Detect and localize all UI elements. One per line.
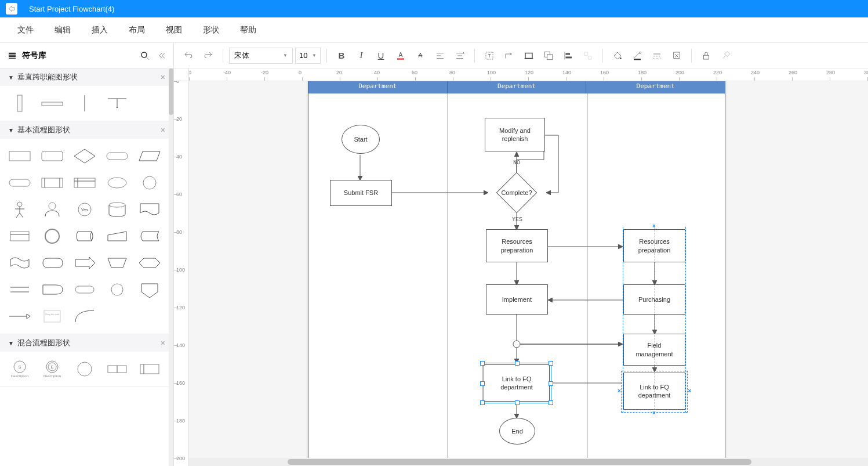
shape-process[interactable] <box>5 145 35 168</box>
menu-help[interactable]: 帮助 <box>230 25 267 35</box>
node-start[interactable]: Start <box>342 125 380 154</box>
shape-pill2[interactable] <box>70 278 100 301</box>
shape-card[interactable] <box>5 225 35 248</box>
node-complete-decision[interactable]: Complete? <box>488 175 546 210</box>
lock-button[interactable] <box>698 47 715 64</box>
lane-header[interactable]: Department <box>586 81 725 93</box>
shape-arrow-connector[interactable] <box>5 305 35 328</box>
shape-circle2[interactable] <box>102 278 132 301</box>
shape-manual-input[interactable] <box>102 225 132 248</box>
shape-pool[interactable] <box>102 92 132 115</box>
line-style-button[interactable] <box>648 47 666 64</box>
shape-decision[interactable] <box>70 145 100 168</box>
align-vertical-button[interactable] <box>451 47 468 64</box>
shape-stored-data[interactable] <box>135 225 165 248</box>
undo-button[interactable] <box>180 47 197 64</box>
shape-circle-plain[interactable] <box>70 357 100 381</box>
shape-actor[interactable] <box>5 198 35 221</box>
group-button[interactable] <box>540 47 557 64</box>
shape-split-rect[interactable] <box>102 357 132 381</box>
font-size-select[interactable]: 10▼ <box>295 48 321 64</box>
shape-end-circle[interactable]: EDescription <box>37 357 67 381</box>
menu-file[interactable]: 文件 <box>7 25 44 35</box>
swimlane-header[interactable]: Department Department Department <box>308 81 725 93</box>
close-icon[interactable]: × <box>161 73 165 82</box>
node-implement[interactable]: Implement <box>486 284 548 315</box>
shape-terminator-pill[interactable] <box>102 145 132 168</box>
shape-vertical-lane[interactable] <box>5 92 35 115</box>
shape-database[interactable] <box>102 198 132 221</box>
collapse-sidebar-icon[interactable] <box>156 50 166 61</box>
scrollbar-thumb[interactable] <box>169 68 173 115</box>
node-resources-1[interactable]: Resources preparation <box>486 229 548 262</box>
section-head[interactable]: ▼ 垂直跨职能图形状 × <box>0 68 173 86</box>
shape-start-circle[interactable]: SDescription <box>5 357 35 381</box>
connector-style-button[interactable] <box>500 47 518 64</box>
shape-data[interactable] <box>135 145 165 168</box>
shape-header-rect[interactable] <box>135 357 165 381</box>
shape-terminator[interactable] <box>5 171 35 194</box>
menu-edit[interactable]: 编辑 <box>44 25 81 35</box>
shape-tape[interactable] <box>5 251 35 274</box>
shape-process-rounded[interactable] <box>37 145 67 168</box>
shape-document[interactable] <box>135 198 165 221</box>
page[interactable]: Department Department Department <box>308 81 725 458</box>
shape-internal-storage[interactable] <box>70 171 100 194</box>
node-modify[interactable]: Modify and replenish <box>485 118 545 151</box>
font-family-select[interactable]: 宋体▼ <box>229 48 293 64</box>
shape-yes-circle[interactable]: Yes <box>70 198 100 221</box>
scrollbar-thumb[interactable] <box>288 459 751 465</box>
line-color-button[interactable] <box>629 47 646 64</box>
section-head[interactable]: ▼ 基本流程图形状 × <box>0 121 173 139</box>
shape-annotation[interactable]: Drag the side <box>37 305 67 328</box>
shape-arrow-right[interactable] <box>70 251 100 274</box>
shape-predefined[interactable] <box>37 171 67 194</box>
shape-manual-op[interactable] <box>102 251 132 274</box>
menu-layout[interactable]: 布局 <box>118 25 155 35</box>
shape-connector[interactable] <box>135 171 165 194</box>
shape-offpage[interactable] <box>135 278 165 301</box>
bold-button[interactable]: B <box>333 47 350 64</box>
close-icon[interactable]: × <box>161 338 165 348</box>
lane-divider[interactable] <box>448 93 448 458</box>
search-icon[interactable] <box>140 50 150 61</box>
fill-color-button[interactable] <box>609 47 626 64</box>
shape-parallel[interactable] <box>5 278 35 301</box>
shape-horizontal-lane[interactable] <box>37 92 67 115</box>
node-purchasing[interactable]: Purchasing <box>623 284 685 315</box>
sidebar-scrollbar[interactable] <box>169 68 173 466</box>
distribute-button[interactable] <box>579 47 597 64</box>
canvas-viewport[interactable]: Department Department Department <box>189 81 868 458</box>
underline-button[interactable]: U <box>372 47 390 64</box>
node-field-mgmt[interactable]: Field management <box>623 334 685 366</box>
close-icon[interactable]: × <box>161 125 165 135</box>
menu-shape[interactable]: 形状 <box>193 25 230 35</box>
shape-display[interactable] <box>37 251 67 274</box>
align-left-button[interactable] <box>431 47 449 64</box>
shape-circle-bold[interactable] <box>37 225 67 248</box>
lane-header[interactable]: Department <box>308 81 448 93</box>
settings-button[interactable] <box>717 47 735 64</box>
node-end[interactable]: End <box>499 418 535 445</box>
shape-user[interactable] <box>37 198 67 221</box>
menu-view[interactable]: 视图 <box>155 25 193 35</box>
container-button[interactable] <box>520 47 537 64</box>
shape-direct-data[interactable] <box>70 225 100 248</box>
italic-button[interactable]: I <box>353 47 370 64</box>
text-tool-button[interactable]: T <box>481 47 498 64</box>
align-objects-button[interactable] <box>560 47 577 64</box>
highlight-button[interactable]: A <box>412 47 429 64</box>
shape-delay[interactable] <box>37 278 67 301</box>
node-submit-fsr[interactable]: Submit FSR <box>330 180 392 206</box>
shape-ellipse[interactable] <box>102 171 132 194</box>
lane-divider[interactable] <box>587 93 587 458</box>
shape-preparation[interactable] <box>135 251 165 274</box>
lane-header[interactable]: Department <box>448 81 587 93</box>
node-link-fq-1[interactable]: Link to FQ department <box>484 364 550 402</box>
node-link-fq-2[interactable]: Link to FQ department <box>623 373 685 410</box>
horizontal-scrollbar[interactable] <box>189 458 868 466</box>
font-color-button[interactable]: A <box>392 47 409 64</box>
menu-insert[interactable]: 插入 <box>81 25 118 35</box>
redo-button[interactable] <box>199 47 217 64</box>
node-resources-2[interactable]: Resources preparation <box>623 229 685 262</box>
